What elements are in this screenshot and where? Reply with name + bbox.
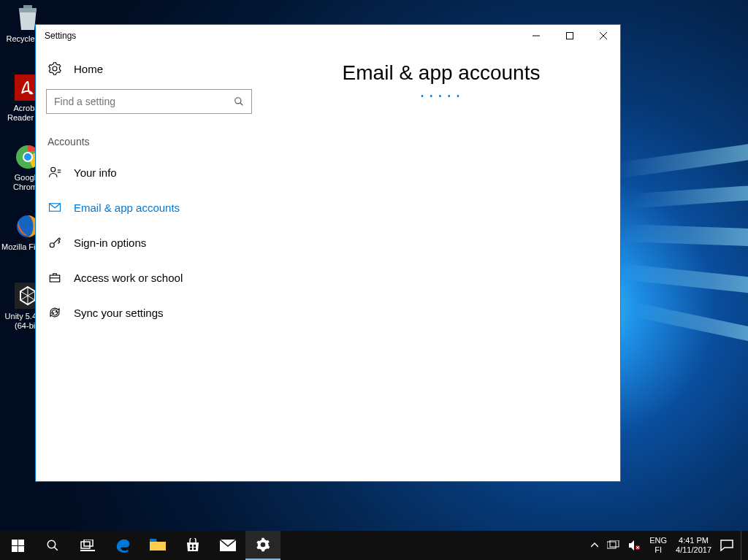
tray-clock[interactable]: 4:41 PM 4/11/2017 [671,531,716,560]
svg-rect-27 [84,540,93,546]
sync-icon [47,306,62,319]
settings-window: Settings Home [35,24,621,482]
sidebar-item-your-info[interactable]: Your info [36,155,262,190]
sidebar-item-label: Access work or school [74,272,183,284]
svg-rect-23 [18,546,24,552]
lang-primary: ENG [649,536,667,545]
tray-language[interactable]: ENG FI [645,531,671,560]
sidebar-item-label: Sign-in options [74,237,146,249]
taskbar-settings[interactable] [245,531,280,560]
window-body: Home Accounts Your info [36,47,620,481]
clock-date: 4/11/2017 [676,545,711,555]
start-button[interactable] [0,531,35,560]
system-tray: ENG FI 4:41 PM 4/11/2017 [587,531,748,560]
taskbar: ENG FI 4:41 PM 4/11/2017 [0,531,748,560]
svg-point-4 [24,153,31,161]
taskbar-search-button[interactable] [35,531,70,560]
section-label: Accounts [36,124,262,155]
svg-point-13 [51,167,56,172]
svg-rect-30 [190,545,192,547]
search-box[interactable] [46,89,252,114]
svg-rect-20 [12,540,18,545]
lang-secondary: FI [654,545,662,555]
taskbar-edge[interactable] [105,531,140,560]
sidebar-item-signin-options[interactable]: Sign-in options [36,225,262,260]
svg-rect-26 [81,542,90,548]
minimize-button[interactable] [519,25,553,47]
sidebar-item-email-accounts[interactable]: Email & app accounts [36,190,262,225]
svg-rect-28 [80,550,95,551]
window-controls [519,25,620,47]
close-button[interactable] [587,25,620,47]
taskbar-spacer [280,531,587,560]
desktop: Recycle Bin Acrobat Reader DC Google Chr… [0,0,748,560]
tray-action-center[interactable] [716,531,738,560]
taskbar-store[interactable] [175,531,210,560]
task-view-button[interactable] [70,531,105,560]
sidebar-item-label: Email & app accounts [74,202,180,214]
show-desktop-button[interactable] [741,531,745,560]
taskbar-file-explorer[interactable] [140,531,175,560]
loading-indicator: • • • • • [262,92,620,100]
page-title: Email & app accounts [262,61,620,85]
svg-rect-29 [150,539,156,542]
svg-rect-22 [12,546,18,552]
titlebar[interactable]: Settings [36,25,620,47]
mail-icon [47,201,62,214]
home-button[interactable]: Home [36,54,262,83]
person-icon [47,166,62,179]
home-label: Home [74,63,103,75]
window-title: Settings [45,31,519,41]
svg-point-11 [235,98,241,104]
clock-time: 4:41 PM [679,536,709,545]
search-wrap [46,89,252,114]
sidebar-item-label: Your info [74,166,117,179]
sidebar: Home Accounts Your info [36,47,262,481]
svg-rect-35 [607,542,616,548]
svg-rect-36 [610,540,619,547]
svg-line-25 [54,547,58,551]
svg-rect-18 [50,275,60,282]
wallpaper-light-rays [602,131,748,387]
key-icon [47,236,62,249]
search-icon [234,96,244,107]
search-input[interactable] [54,96,234,107]
svg-point-24 [47,540,56,548]
svg-rect-32 [190,548,192,550]
taskbar-mail[interactable] [210,531,245,560]
main-content: Email & app accounts • • • • • [262,47,620,481]
maximize-button[interactable] [553,25,587,47]
sidebar-item-sync[interactable]: Sync your settings [36,295,262,330]
svg-rect-21 [18,540,24,545]
briefcase-icon [47,271,62,284]
svg-rect-33 [194,548,196,550]
svg-line-12 [240,103,243,106]
tray-network-icon[interactable] [603,531,625,560]
svg-rect-31 [194,545,196,547]
tray-volume-icon[interactable] [625,531,645,560]
tray-overflow-button[interactable] [587,531,603,560]
sidebar-item-label: Sync your settings [74,307,164,319]
gear-icon [47,62,62,75]
svg-point-17 [50,243,54,248]
svg-rect-0 [23,5,32,8]
sidebar-item-access-work[interactable]: Access work or school [36,260,262,295]
svg-rect-8 [567,33,573,39]
